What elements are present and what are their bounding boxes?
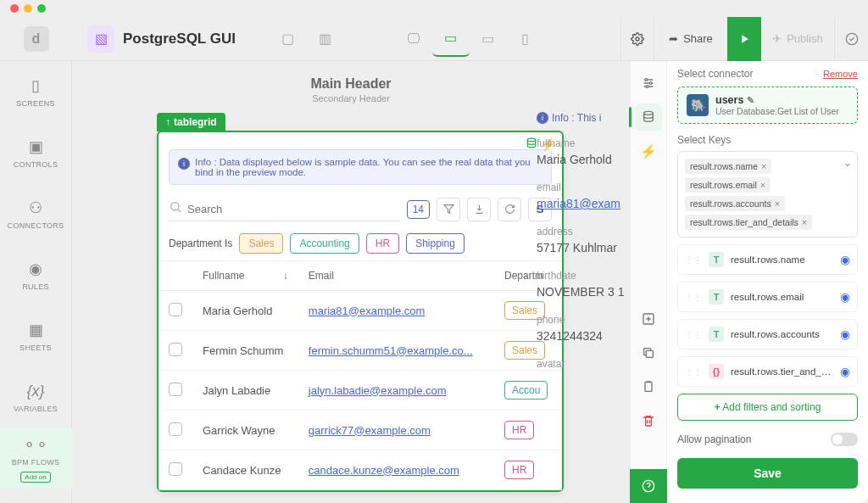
- email-link[interactable]: maria81@example.com: [309, 305, 425, 317]
- sort-icon[interactable]: ↓: [273, 261, 298, 291]
- bound-column-row[interactable]: ⋮⋮ T result.rows.accounts ◉: [677, 319, 858, 349]
- minimize-dot[interactable]: [24, 4, 32, 13]
- preview-play-button[interactable]: [727, 17, 761, 61]
- key-pill[interactable]: result.rows.email ×: [685, 177, 771, 193]
- rail-connectors[interactable]: ⚇ CONNECTORS: [0, 183, 72, 244]
- publish-button[interactable]: ✈ Publish: [761, 17, 834, 61]
- device-tablet-landscape-icon[interactable]: ▭: [470, 21, 507, 57]
- data-table: Fullname ↓ Email Departm Maria Gerhold m…: [159, 260, 562, 490]
- visibility-eye-icon[interactable]: ◉: [840, 253, 850, 266]
- bound-column-row[interactable]: ⋮⋮ T result.rows.email ◉: [677, 282, 858, 312]
- eye-icon: ◉: [25, 259, 46, 279]
- remove-key-icon[interactable]: ×: [760, 180, 765, 190]
- top-toolbar: d ▧ PostgreSQL GUI ▢ ▥ 🖵 ▭ ▭ ▯ ➦ Share: [0, 17, 868, 61]
- table-row[interactable]: Fermin Schumm fermin.schumm51@example.co…: [159, 331, 562, 371]
- add-filters-button[interactable]: + Add filters and sorting: [677, 394, 858, 421]
- chip-shipping[interactable]: Shipping: [406, 233, 465, 254]
- share-button[interactable]: ➦ Share: [654, 17, 727, 61]
- connector-card[interactable]: 🐘 users ✎ User Database.Get List of User: [677, 87, 858, 124]
- email-link[interactable]: fermin.schumm51@example.co...: [309, 344, 473, 357]
- visibility-eye-icon[interactable]: ◉: [840, 365, 850, 378]
- table-row[interactable]: Jalyn Labadie jalyn.labadie@example.com …: [159, 371, 562, 411]
- rail-variables[interactable]: {x} VARIABLES: [0, 366, 72, 428]
- key-pill[interactable]: result.rows.tier_and_details ×: [685, 215, 812, 230]
- edit-pencil-icon[interactable]: ✎: [747, 95, 754, 106]
- widget-tab[interactable]: ↑ tablegrid: [157, 113, 225, 131]
- keys-dropdown[interactable]: ⌄ result.rows.name ×result.rows.email ×r…: [677, 151, 858, 238]
- cell-email: fermin.schumm51@example.co...: [298, 331, 494, 371]
- rail-screens[interactable]: ▯ SCREENS: [0, 61, 72, 122]
- properties-icon-rail: ⚡: [630, 61, 667, 503]
- table-row[interactable]: Garrick Wayne garrick77@example.com HR: [159, 411, 562, 450]
- row-checkbox[interactable]: [169, 462, 182, 476]
- device-desktop-icon[interactable]: 🖵: [395, 21, 432, 57]
- row-checkbox[interactable]: [169, 343, 182, 356]
- database-tab-icon[interactable]: [635, 103, 662, 131]
- chevron-down-icon[interactable]: ⌄: [843, 157, 852, 169]
- publish-label: Publish: [787, 32, 823, 45]
- sliders-icon[interactable]: [635, 70, 662, 97]
- download-button[interactable]: [467, 198, 491, 221]
- drag-handle-icon[interactable]: ⋮⋮: [685, 330, 702, 339]
- copy-icon[interactable]: [635, 339, 662, 366]
- rail-rules[interactable]: ◉ RULES: [0, 244, 72, 305]
- bound-column-row[interactable]: ⋮⋮ T result.rows.name ◉: [677, 244, 858, 275]
- device-tablet-active-icon[interactable]: ▭: [432, 21, 470, 57]
- bolt-tab-icon[interactable]: ⚡: [635, 137, 662, 165]
- refresh-button[interactable]: [498, 198, 521, 221]
- paste-icon[interactable]: [635, 373, 662, 400]
- layout-icon-2[interactable]: ▥: [307, 21, 344, 57]
- email-link[interactable]: jalyn.labadie@example.com: [309, 384, 447, 397]
- design-canvas[interactable]: Main Header Secondary Header ↑ tablegrid…: [72, 61, 630, 503]
- pagination-toggle[interactable]: [831, 433, 858, 446]
- remove-link[interactable]: Remove: [823, 69, 858, 79]
- app-type-icon: ▧: [87, 25, 114, 53]
- help-icon[interactable]: [630, 469, 667, 503]
- cell-email: maria81@example.com: [298, 291, 494, 331]
- col-fullname[interactable]: Fullname: [192, 261, 273, 291]
- remove-key-icon[interactable]: ×: [775, 198, 780, 209]
- chip-hr[interactable]: HR: [366, 233, 399, 254]
- key-pill[interactable]: result.rows.name ×: [685, 159, 771, 174]
- connector-desc: User Database.Get List of User: [715, 106, 839, 116]
- save-button[interactable]: Save: [677, 458, 858, 489]
- bound-column-row[interactable]: ⋮⋮ {} result.rows.tier_and_detai... ◉: [677, 356, 858, 387]
- layout-icon-1[interactable]: ▢: [270, 21, 307, 57]
- search-input[interactable]: [187, 203, 400, 215]
- visibility-eye-icon[interactable]: ◉: [840, 290, 850, 304]
- remove-key-icon[interactable]: ×: [761, 161, 766, 171]
- close-dot[interactable]: [10, 4, 19, 13]
- key-pill[interactable]: result.rows.accounts ×: [685, 196, 785, 211]
- device-phone-icon[interactable]: ▯: [507, 21, 544, 57]
- row-checkbox[interactable]: [169, 422, 182, 436]
- rail-sheets[interactable]: ▦ SHEETS: [0, 305, 72, 366]
- mac-titlebar: [0, 0, 868, 17]
- chip-sales[interactable]: Sales: [239, 233, 283, 254]
- row-checkbox[interactable]: [169, 383, 182, 396]
- table-row[interactable]: Candace Kunze candace.kunze@example.com …: [159, 450, 562, 490]
- trash-icon[interactable]: [635, 407, 662, 434]
- filter-button[interactable]: [437, 198, 460, 221]
- remove-key-icon[interactable]: ×: [802, 217, 807, 227]
- canvas-main-header: Main Header: [72, 76, 630, 92]
- drag-handle-icon[interactable]: ⋮⋮: [685, 255, 702, 265]
- settings-gear-icon[interactable]: [620, 17, 654, 61]
- visibility-eye-icon[interactable]: ◉: [840, 327, 850, 341]
- chip-accounting[interactable]: Accounting: [290, 233, 359, 254]
- table-row[interactable]: Maria Gerhold maria81@example.com Sales: [159, 291, 562, 331]
- rail-controls[interactable]: ▣ CONTROLS: [0, 122, 72, 183]
- tablegrid-widget[interactable]: ↑ tablegrid ⚡ i Info : Data displayed be…: [157, 131, 564, 492]
- row-checkbox[interactable]: [169, 303, 182, 316]
- zoom-dot[interactable]: [37, 4, 46, 13]
- cell-fullname: Garrick Wayne: [192, 411, 298, 450]
- validate-check-icon[interactable]: [834, 17, 868, 61]
- col-email[interactable]: Email: [298, 261, 494, 291]
- add-icon[interactable]: [635, 305, 662, 333]
- email-link[interactable]: candace.kunze@example.com: [309, 464, 459, 477]
- svg-rect-10: [645, 383, 652, 392]
- drag-handle-icon[interactable]: ⋮⋮: [685, 293, 702, 302]
- rail-bpm-flows[interactable]: ⚬⚬ BPM FLOWS Add on: [0, 428, 72, 489]
- drag-handle-icon[interactable]: ⋮⋮: [685, 367, 702, 377]
- email-link[interactable]: garrick77@example.com: [309, 424, 431, 437]
- widget-name-label: tablegrid: [174, 116, 217, 128]
